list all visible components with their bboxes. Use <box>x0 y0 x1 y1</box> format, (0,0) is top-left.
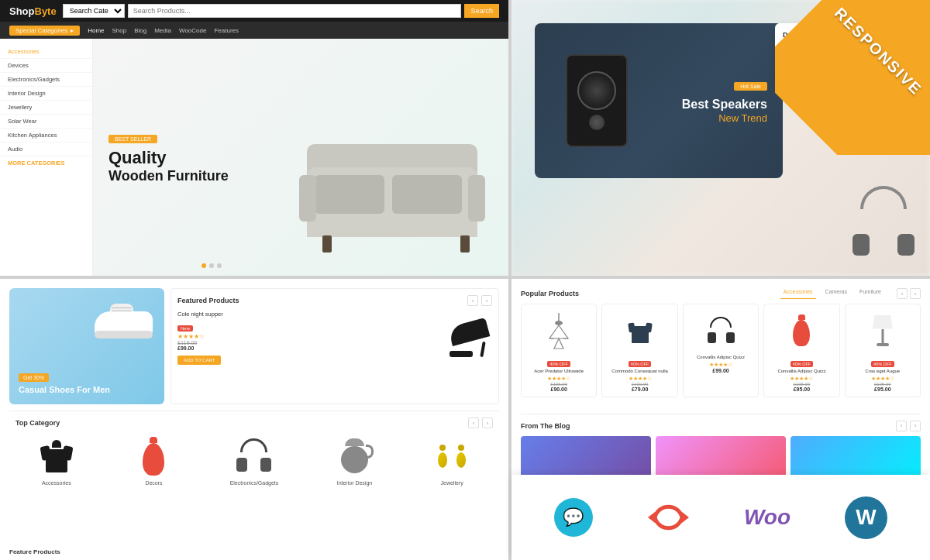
speaker-tweeter <box>589 115 604 130</box>
bottom-right-panel: Popular Products Accessories Cameras Fur… <box>512 279 930 560</box>
sidebar-item-electronics[interactable]: Electronics/Gadgets <box>0 73 92 87</box>
sidebar-item-devices[interactable]: Devices <box>0 59 92 73</box>
product-stars-3: ★★★★☆ <box>688 362 753 368</box>
tab-furniture[interactable]: Furniture <box>856 288 884 299</box>
sidebar-item-audio[interactable]: Audio <box>0 143 92 156</box>
jewellery-label: Jewellery <box>441 480 463 486</box>
hot-sale-badge: Hot Sale <box>734 82 767 91</box>
nav-home[interactable]: Home <box>88 27 104 34</box>
featured-stars: ★★★★☆ <box>177 333 439 340</box>
product-card-1[interactable]: 40% OFF Acer Predator Ultrawide ★★★★☆ £1… <box>521 304 597 397</box>
nav-shop[interactable]: Shop <box>112 27 127 34</box>
get-off-badge: Get 30% <box>19 373 49 382</box>
product-img-3 <box>688 309 753 352</box>
headphone-band <box>860 186 907 209</box>
product-stars-5: ★★★★☆ <box>850 376 915 382</box>
category-accessories[interactable]: Accessories <box>35 435 78 486</box>
sidebar-item-interior[interactable]: Interior Design <box>0 87 92 101</box>
featured-price: £99.00 <box>177 345 439 351</box>
tab-accessories[interactable]: Accessories <box>780 288 816 299</box>
hero-title: Quality <box>108 148 229 168</box>
nav-blog[interactable]: Blog <box>134 27 146 34</box>
wordpress-logo: W <box>845 496 887 539</box>
popular-next[interactable]: › <box>910 288 921 299</box>
category-interior[interactable]: Interior Design <box>333 435 376 486</box>
hero-section: Accessories Devices Electronics/Gadgets … <box>0 39 508 276</box>
best-seller-badge: BEST SELLER <box>108 135 157 143</box>
decors-label: Decors <box>145 480 162 486</box>
dot-2[interactable] <box>209 263 214 268</box>
blog-prev[interactable]: ‹ <box>896 421 907 431</box>
shoe-image <box>95 296 157 342</box>
svg-marker-7 <box>648 512 655 523</box>
featured-product-name: Cole night supper <box>177 311 439 318</box>
featured-product: Cole night supper New ★★★★☆ £119.00 £99.… <box>177 311 492 365</box>
product-price-4: £95.00 <box>769 387 834 392</box>
popular-section: Popular Products Accessories Cameras Fur… <box>521 288 921 414</box>
accessories-label: Accessories <box>42 480 71 486</box>
sidebar-item-kitchen[interactable]: Kitchen Appliances <box>0 129 92 143</box>
product-badge-1: 40% OFF <box>547 361 570 367</box>
category-title: Top Category <box>16 419 60 427</box>
speaker-subtitle: New Trend <box>682 112 767 124</box>
sidebar-item-accessories[interactable]: Accessories <box>0 45 92 59</box>
popular-prev[interactable]: ‹ <box>897 288 908 299</box>
more-categories[interactable]: MORE CATEGORIES <box>0 156 92 170</box>
product-price-2: £79.00 <box>607 387 672 392</box>
buddypress-icon: 💬 <box>554 498 593 537</box>
nav-media[interactable]: Media <box>154 27 171 34</box>
hero-sofa-image <box>291 136 493 260</box>
product-name-5: Cras eget Augue <box>850 369 915 374</box>
hero-subtitle: Wooden Furniture <box>108 168 229 184</box>
category-prev-arrow[interactable]: ‹ <box>468 417 479 428</box>
product-name-1: Acer Predator Ultrawide <box>526 369 591 374</box>
nav-features[interactable]: Features <box>214 27 239 34</box>
special-categories-btn[interactable]: Special Categories ▸ <box>9 26 80 36</box>
sidebar-item-jewellery[interactable]: Jewellery <box>0 101 92 115</box>
speaker-cone <box>577 71 616 110</box>
product-card-5[interactable]: 40% OFF Cras eget Augue ★★★★☆ £105.00 £9… <box>845 304 921 397</box>
nav-woocode[interactable]: WooCode <box>179 27 206 34</box>
dot-1[interactable] <box>202 263 206 268</box>
search-input[interactable] <box>128 4 462 18</box>
featured-next-arrow[interactable]: › <box>481 295 492 306</box>
product-badge-5: 40% OFF <box>871 361 894 367</box>
bottom-left-panel: Get 30% Casual Shoes For Men Featured Pr… <box>0 279 512 560</box>
interior-icon <box>333 435 376 477</box>
product-card-3[interactable]: Convallis Adipisc Quizz ★★★★☆ £99.00 <box>683 304 759 397</box>
product-price-5: £95.00 <box>850 387 915 392</box>
tab-cameras[interactable]: Cameras <box>822 288 850 299</box>
blog-nav-arrows: ‹ › <box>896 421 921 431</box>
popular-tabs: Accessories Cameras Furniture ‹ › <box>780 288 921 299</box>
bottom-left-grid: Get 30% Casual Shoes For Men Featured Pr… <box>9 288 499 551</box>
dot-3[interactable] <box>217 263 222 268</box>
interior-label: Interior Design <box>337 480 373 486</box>
popular-header: Popular Products Accessories Cameras Fur… <box>521 288 921 299</box>
blog-next[interactable]: › <box>910 421 921 431</box>
category-next-arrow[interactable]: › <box>482 417 493 428</box>
category-items: Accessories Decors <box>16 435 493 486</box>
electronics-icon <box>232 435 275 477</box>
featured-old-price: £119.00 <box>177 340 439 345</box>
search-category-select[interactable]: Search Category <box>63 4 125 18</box>
featured-title: Featured Products <box>177 297 239 304</box>
product-img-5 <box>850 309 915 352</box>
category-jewellery[interactable]: Jewellery <box>431 435 474 486</box>
featured-product-info: Cole night supper New ★★★★☆ £119.00 £99.… <box>177 311 439 365</box>
speaker-image <box>550 39 643 163</box>
sidebar-item-solar[interactable]: Solar Wear <box>0 115 92 129</box>
product-card-2[interactable]: 40% OFF Commodo Consequat nulla ★★★★☆ £1… <box>601 304 677 397</box>
category-electronics[interactable]: Electronics/Gadgets <box>230 435 279 486</box>
product-badge-4: 40% OFF <box>790 361 814 367</box>
top-left-panel: ShopByte Search Category Search Special … <box>0 0 512 279</box>
search-button[interactable]: Search <box>464 4 499 18</box>
category-decors[interactable]: Decors <box>133 435 175 486</box>
product-card-4[interactable]: 40% OFF Convallis Adipisc Quizz ★★★★☆ £1… <box>763 304 839 397</box>
featured-add-to-cart[interactable]: ADD TO CART <box>177 356 221 365</box>
category-nav-arrows: ‹ › <box>468 417 493 428</box>
product-grid: 40% OFF Acer Predator Ultrawide ★★★★☆ £1… <box>521 304 921 397</box>
featured-prev-arrow[interactable]: ‹ <box>467 295 478 306</box>
product-price-3: £99.00 <box>688 368 753 373</box>
logos-section: 💬 Woo W <box>512 475 930 560</box>
top-category: Top Category ‹ › <box>9 411 499 551</box>
